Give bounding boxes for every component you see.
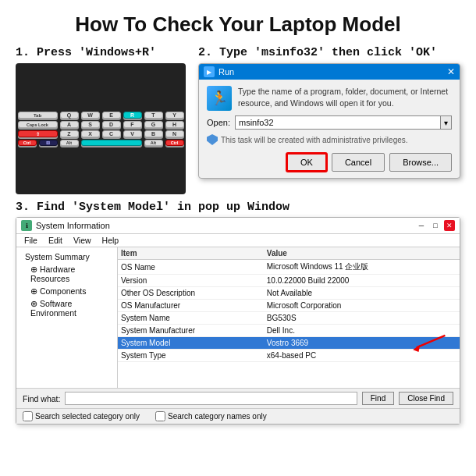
sysinfo-titlebar: ℹ System Information ─ □ ✕ <box>16 218 460 234</box>
menu-edit[interactable]: Edit <box>47 236 64 245</box>
key-r: R <box>123 112 142 119</box>
sysinfo-icon: ℹ <box>21 220 32 231</box>
tree-components[interactable]: ⊕ Components <box>16 285 117 297</box>
col-value: Value <box>264 247 460 260</box>
run-buttons: OK Cancel Browse... <box>207 153 452 172</box>
tree-hardware[interactable]: ⊕ Hardware Resources <box>16 263 117 285</box>
page-title: How To Check Your Laptop Model <box>16 12 460 37</box>
browse-button[interactable]: Browse... <box>389 153 452 172</box>
key-c: C <box>102 130 121 137</box>
steps-row-top: 1. Press 'Windows+R' Tab Q W E R T Y Cap… <box>16 46 460 194</box>
check-category-names[interactable]: Search category names only <box>155 411 267 421</box>
table-cell-item: OS Name <box>118 260 264 275</box>
step3: 3. Find 'System Model' in pop up Window … <box>16 201 460 424</box>
table-row: Other OS DescriptionNot Available <box>118 287 460 300</box>
menu-help[interactable]: Help <box>101 236 121 245</box>
step2-label: 2. Type 'msinfo32' then click 'OK' <box>198 46 460 59</box>
checkbox-selected-category[interactable] <box>23 411 33 421</box>
key-q: Q <box>60 112 79 119</box>
table-cell-item: System Model <box>118 337 264 350</box>
tree-label: ⊕ Hardware Resources <box>30 265 111 283</box>
run-dropdown-button[interactable]: ▾ <box>441 115 452 130</box>
table-cell-item: System Type <box>118 350 264 362</box>
run-open-label: Open: <box>207 118 230 127</box>
svg-line-0 <box>417 336 446 348</box>
cancel-button[interactable]: Cancel <box>332 153 385 172</box>
sysinfo-title: System Information <box>36 221 110 230</box>
key-s: S <box>81 121 100 128</box>
key-ctrl-left: Ctrl <box>18 140 37 146</box>
run-description: Type the name of a program, folder, docu… <box>238 86 452 108</box>
key-a: A <box>60 121 79 128</box>
step1-label: 1. Press 'Windows+R' <box>16 46 187 59</box>
run-title: Run <box>218 67 234 76</box>
run-titlebar: ▶ Run ✕ <box>199 64 460 80</box>
table-row: System NameBG530S <box>118 312 460 325</box>
red-arrow <box>406 332 449 353</box>
tree-software[interactable]: ⊕ Software Environment <box>16 297 117 319</box>
table-cell-item: Other OS Description <box>118 287 264 300</box>
sysinfo-checkbar: Search selected category only Search cat… <box>16 408 460 424</box>
keyboard-image: Tab Q W E R T Y Caps Lock A S D F G H <box>16 63 186 194</box>
key-h: H <box>165 121 184 128</box>
run-input-wrap: ▾ <box>235 115 452 130</box>
tree-system-summary[interactable]: System Summary <box>16 250 117 263</box>
table-cell-value: 10.0.22000 Build 22000 <box>264 275 460 287</box>
key-v: V <box>123 130 142 137</box>
table-row: OS ManufacturerMicrosoft Corporation <box>118 300 460 312</box>
sysinfo-menubar: File Edit View Help <box>16 234 460 247</box>
sysinfo-footer: Find what: Find Close Find <box>16 388 460 408</box>
close-button[interactable]: ✕ <box>444 220 455 231</box>
key-alt-right: Alt <box>144 140 163 146</box>
find-button[interactable]: Find <box>362 392 394 405</box>
key-ctrl-right: Ctrl <box>165 140 184 146</box>
key-y: Y <box>165 112 184 119</box>
key-n: N <box>165 130 184 137</box>
table-cell-item: OS Manufacturer <box>118 300 264 312</box>
minimize-button[interactable]: ─ <box>416 220 427 231</box>
table-cell-item: System Manufacturer <box>118 325 264 337</box>
key-tab: Tab <box>18 112 58 119</box>
tree-label: ⊕ Components <box>30 286 86 296</box>
step3-label: 3. Find 'System Model' in pop up Window <box>16 201 460 214</box>
run-open-row: Open: ▾ <box>207 115 452 130</box>
run-input[interactable] <box>235 115 441 130</box>
menu-view[interactable]: View <box>72 236 93 245</box>
table-row: Version10.0.22000 Build 22000 <box>118 275 460 287</box>
run-body: 🏃 Type the name of a program, folder, do… <box>199 80 460 178</box>
checkbox-category-names[interactable] <box>155 411 165 421</box>
shield-icon <box>207 134 218 145</box>
ok-button[interactable]: OK <box>286 153 327 172</box>
key-t: T <box>144 112 163 119</box>
sysinfo-right-panel: Item Value OS NameMicrosoft Windows 11 企… <box>118 247 460 388</box>
run-icon: ▶ <box>204 66 215 77</box>
run-titlebar-left: ▶ Run <box>204 66 234 77</box>
key-x: X <box>81 130 100 137</box>
close-find-button[interactable]: Close Find <box>399 392 453 405</box>
sysinfo-titlebar-left: ℹ System Information <box>21 220 110 231</box>
menu-file[interactable]: File <box>23 236 39 245</box>
key-w: W <box>81 112 100 119</box>
key-caps: Caps Lock <box>18 121 58 128</box>
key-f: F <box>123 121 142 128</box>
tree-label: ⊕ Software Environment <box>30 299 111 318</box>
table-cell-item: System Name <box>118 312 264 325</box>
run-big-icon: 🏃 <box>207 86 232 111</box>
sysinfo-body: System Summary ⊕ Hardware Resources ⊕ Co… <box>16 247 460 388</box>
key-z: Z <box>60 130 79 137</box>
col-item: Item <box>118 247 264 260</box>
table-cell-value: BG530S <box>264 312 460 325</box>
find-input[interactable] <box>65 392 357 405</box>
run-admin-text: This task will be created with administr… <box>221 136 408 144</box>
check-selected-category[interactable]: Search selected category only <box>23 411 140 421</box>
run-close-button[interactable]: ✕ <box>447 66 455 77</box>
key-win: ⊞ <box>39 140 58 146</box>
key-g: G <box>144 121 163 128</box>
sysinfo-tree: System Summary ⊕ Hardware Resources ⊕ Co… <box>16 247 118 388</box>
check-label: Search category names only <box>168 412 267 421</box>
key-alt: Alt <box>60 140 79 146</box>
table-row: OS NameMicrosoft Windows 11 企业版 <box>118 260 460 275</box>
step2: 2. Type 'msinfo32' then click 'OK' ▶ Run… <box>198 46 460 179</box>
key-b: B <box>144 130 163 137</box>
maximize-button[interactable]: □ <box>430 220 441 231</box>
